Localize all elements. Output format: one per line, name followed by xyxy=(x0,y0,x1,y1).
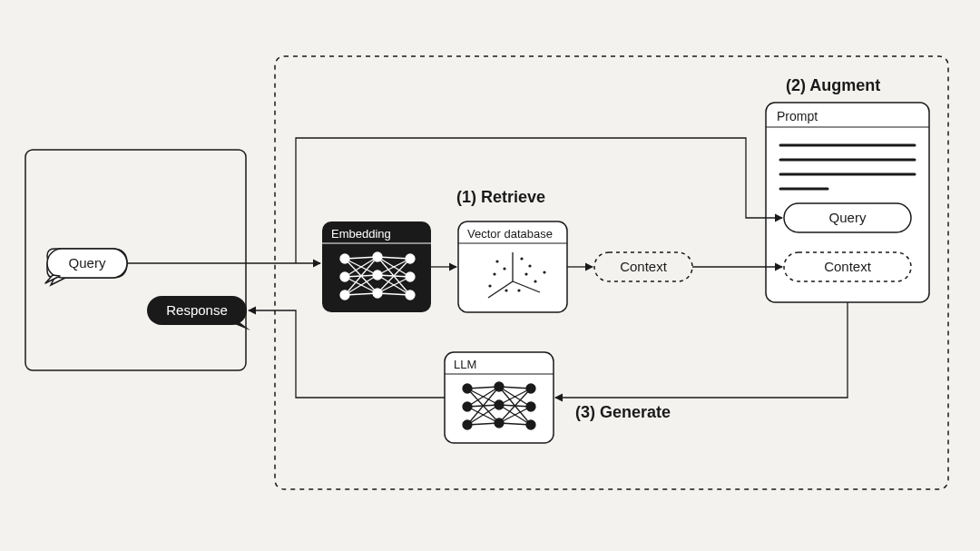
svg-point-24 xyxy=(340,290,349,300)
context-bubble: Context xyxy=(594,252,692,281)
query-bubble: Query xyxy=(45,249,127,285)
svg-point-76 xyxy=(463,420,472,429)
svg-point-41 xyxy=(524,272,527,275)
svg-point-46 xyxy=(488,284,491,287)
vector-db-label: Vector database xyxy=(467,227,553,241)
vector-db-box: Vector database xyxy=(458,221,567,312)
svg-point-79 xyxy=(495,418,504,428)
svg-point-29 xyxy=(406,272,415,281)
svg-point-27 xyxy=(373,289,382,298)
svg-point-26 xyxy=(373,271,382,280)
context-bubble-label: Context xyxy=(620,259,668,274)
svg-point-37 xyxy=(503,267,505,270)
svg-point-39 xyxy=(520,257,523,260)
response-bubble-label: Response xyxy=(166,302,228,318)
response-bubble: Response xyxy=(147,296,250,330)
svg-point-75 xyxy=(463,402,472,411)
svg-point-43 xyxy=(517,289,520,291)
rag-diagram: Query Response (1) Retrieve (2) Augment … xyxy=(0,0,980,551)
step-retrieve-label: (1) Retrieve xyxy=(456,188,545,206)
svg-point-30 xyxy=(406,290,415,300)
llm-box: LLM xyxy=(445,352,554,443)
svg-point-82 xyxy=(526,420,535,429)
arrow-llm-to-response xyxy=(249,310,445,398)
svg-point-22 xyxy=(340,254,349,263)
embedding-label: Embedding xyxy=(331,227,391,241)
svg-point-42 xyxy=(534,280,536,282)
svg-point-45 xyxy=(543,271,545,273)
prompt-title-label: Prompt xyxy=(777,109,818,123)
prompt-context-label: Context xyxy=(824,259,872,274)
embedding-box: Embedding xyxy=(322,221,431,312)
prompt-panel: Prompt Query Context xyxy=(766,103,929,302)
llm-label: LLM xyxy=(454,358,476,371)
svg-point-28 xyxy=(406,254,415,263)
svg-point-36 xyxy=(495,260,498,262)
svg-point-23 xyxy=(340,272,349,281)
svg-point-25 xyxy=(373,252,382,261)
step-generate-label: (3) Generate xyxy=(575,403,671,421)
svg-point-38 xyxy=(493,272,495,275)
query-bubble-label: Query xyxy=(69,255,106,271)
svg-point-77 xyxy=(495,382,504,391)
step-augment-label: (2) Augment xyxy=(786,76,880,94)
svg-point-78 xyxy=(495,400,504,409)
svg-point-81 xyxy=(526,402,535,411)
svg-point-40 xyxy=(528,264,531,267)
svg-point-80 xyxy=(526,384,535,393)
prompt-query-label: Query xyxy=(829,210,867,225)
arrow-prompt-to-llm xyxy=(555,302,848,398)
svg-point-74 xyxy=(463,384,472,393)
svg-point-44 xyxy=(505,289,507,291)
